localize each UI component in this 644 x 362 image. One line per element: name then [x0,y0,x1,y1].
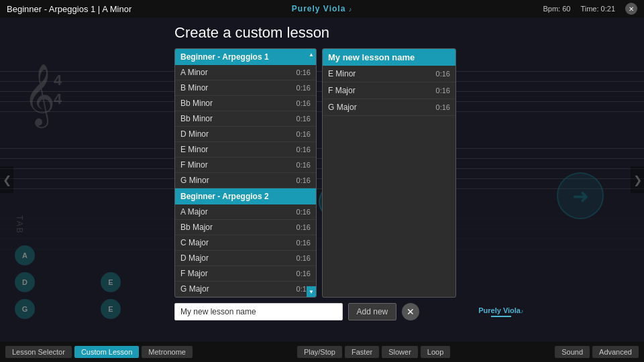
custom-lesson-name-bar: My new lesson name [323,49,455,66]
list-item[interactable]: D Minor0:16 [175,127,316,142]
time-display: Time: 0:21 [580,5,615,13]
list-item[interactable]: C Major0:16 [175,235,316,251]
modal-close-button[interactable]: ✕ [402,303,419,320]
left-lesson-panel: ▲ Beginner - Arpeggios 1 A Minor0:16 B M… [174,48,317,298]
modal-panels: ▲ Beginner - Arpeggios 1 A Minor0:16 B M… [174,48,470,298]
topbar-breadcrumb: Beginner - Arpeggios 1 | A Minor [7,4,131,14]
pv-logo-text: Purely Viola♪ [478,306,523,314]
topbar-right: Bpm: 60 Time: 0:21 ✕ [543,3,637,15]
list-item[interactable]: Bb Minor0:16 [175,96,316,111]
window-close-button[interactable]: ✕ [625,3,637,15]
topbar: Beginner - Arpeggios 1 | A Minor Purely … [0,0,644,17]
list-item[interactable]: D Major0:16 [175,251,316,266]
right-list-container: E Minor0:16 F Major0:16 G Major0:16 [323,66,455,116]
list-item[interactable]: G Major0:16 [175,282,316,297]
right-lesson-panel: My new lesson name E Minor0:16 F Major0:… [322,48,456,298]
loop-button[interactable]: Loop [421,346,450,358]
pv-logo-underline [491,316,511,317]
list-item[interactable]: F Minor0:16 [175,158,316,173]
custom-lesson-button[interactable]: Custom Lesson [74,346,139,358]
list-item[interactable]: Bb Major0:16 [175,220,316,235]
pv-logo-area: Purely Viola♪ [478,306,523,317]
list-item[interactable]: B Minor0:16 [175,80,316,96]
sound-button[interactable]: Sound [555,346,590,358]
play-stop-button[interactable]: Play/Stop [297,346,342,358]
modal-title: Create a custom lesson [174,24,470,42]
scroll-down-button[interactable]: ▼ [307,286,316,297]
metronome-button[interactable]: Metronome [142,346,193,358]
slower-button[interactable]: Slower [382,346,418,358]
list-item[interactable]: G Minor0:16 [175,173,316,188]
list-item[interactable]: E Minor0:16 [175,142,316,158]
topbar-logo: Purely Viola ♪ [292,4,352,13]
list-item[interactable]: Bb Minor0:16 [175,111,316,127]
lesson-name-input[interactable] [174,303,343,320]
right-list-item[interactable]: G Major0:16 [323,99,455,116]
list-item[interactable]: F Major0:16 [175,266,316,282]
bottom-center-buttons: Play/Stop Faster Slower Loop [297,346,450,358]
right-list-item[interactable]: E Minor0:16 [323,66,455,82]
right-list-item[interactable]: F Major0:16 [323,82,455,99]
list-item[interactable]: A Minor0:16 [175,65,316,80]
group-header-arpeggios2: Beginner - Arpeggios 2 [175,188,316,204]
group-header-arpeggios1: Beginner - Arpeggios 1 [175,49,316,65]
bpm-display: Bpm: 60 [543,5,570,13]
bottombar: Lesson Selector Custom Lesson Metronome … [0,342,644,362]
modal-overlay: Create a custom lesson ▲ Beginner - Arpe… [0,17,644,342]
list-item[interactable]: A Major0:16 [175,204,316,220]
left-list-container[interactable]: Beginner - Arpeggios 1 A Minor0:16 B Min… [175,49,316,297]
modal-bottom-row: Add new ✕ Purely Viola♪ [174,303,470,320]
bottom-left-buttons: Lesson Selector Custom Lesson Metronome [5,346,193,358]
lesson-selector-button[interactable]: Lesson Selector [5,346,72,358]
faster-button[interactable]: Faster [345,346,379,358]
bottom-right-buttons: Sound Advanced [555,346,639,358]
scroll-up-button[interactable]: ▲ [307,49,316,60]
add-new-button[interactable]: Add new [348,303,397,320]
advanced-button[interactable]: Advanced [592,346,639,358]
